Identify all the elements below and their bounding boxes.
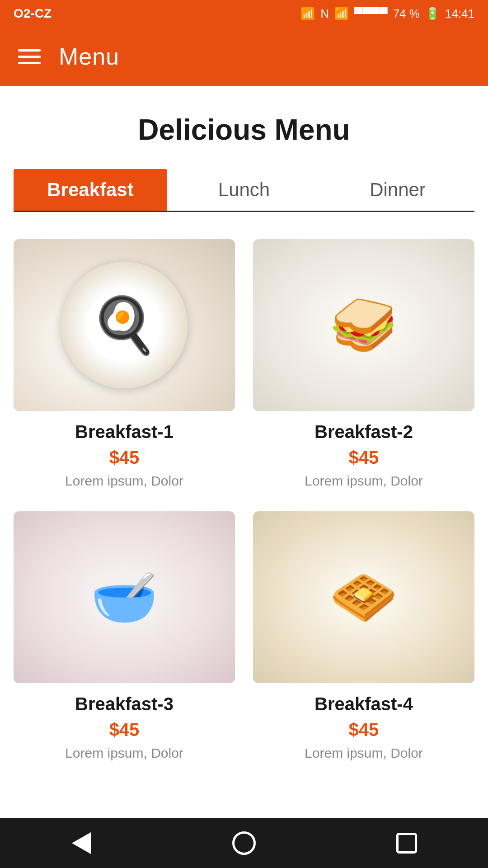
bluetooth-icon: 📶: [300, 7, 315, 21]
food-image-breakfast-2: [253, 239, 474, 411]
nfc-icon: N: [320, 7, 329, 21]
hamburger-line-3: [18, 62, 41, 64]
menu-grid: Breakfast-1 $45 Lorem ipsum, Dolor Break…: [14, 230, 474, 788]
hamburger-line-1: [18, 49, 41, 52]
app-bar-title: Menu: [59, 43, 119, 70]
menu-card-image-breakfast-1: [14, 239, 235, 411]
menu-card-desc-breakfast-4: Lorem ipsum, Dolor: [305, 745, 423, 761]
menu-card-desc-breakfast-2: Lorem ipsum, Dolor: [305, 473, 423, 489]
food-image-breakfast-3: [14, 511, 235, 683]
back-arrow-icon: [72, 832, 91, 854]
menu-card-image-breakfast-3: [14, 511, 235, 683]
page-title: Delicious Menu: [14, 86, 474, 169]
hamburger-line-2: [18, 56, 41, 58]
tab-breakfast-label: Breakfast: [47, 179, 133, 200]
signal-icon: ▀▀▀▀: [354, 7, 388, 21]
recents-button[interactable]: [389, 825, 425, 861]
menu-card-price-breakfast-1: $45: [109, 448, 140, 468]
main-content: Delicious Menu Breakfast Lunch Dinner Br…: [0, 86, 488, 847]
menu-card-price-breakfast-3: $45: [109, 720, 140, 740]
time-label: 14:41: [445, 7, 474, 21]
tab-lunch[interactable]: Lunch: [167, 169, 321, 211]
tab-breakfast[interactable]: Breakfast: [14, 169, 167, 211]
wifi-icon: 📶: [334, 7, 349, 21]
menu-card-desc-breakfast-3: Lorem ipsum, Dolor: [65, 745, 183, 761]
recents-square-icon: [396, 833, 417, 854]
home-circle-icon: [232, 831, 256, 855]
battery-icon: 🔋: [425, 7, 440, 21]
food-image-breakfast-1: [14, 239, 235, 411]
food-image-breakfast-4: [253, 511, 474, 683]
menu-card-breakfast-2[interactable]: Breakfast-2 $45 Lorem ipsum, Dolor: [253, 239, 474, 489]
battery-percent: 74 %: [393, 7, 420, 21]
home-button[interactable]: [226, 825, 262, 861]
status-right: 📶 N 📶 ▀▀▀▀ 74 % 🔋 14:41: [300, 7, 474, 21]
menu-card-breakfast-3[interactable]: Breakfast-3 $45 Lorem ipsum, Dolor: [14, 511, 235, 761]
menu-card-image-breakfast-2: [253, 239, 474, 411]
status-bar: O2-CZ 📶 N 📶 ▀▀▀▀ 74 % 🔋 14:41: [0, 0, 488, 27]
hamburger-menu-button[interactable]: [18, 49, 41, 64]
carrier-label: O2-CZ: [14, 6, 52, 21]
app-bar: Menu: [0, 27, 488, 86]
menu-card-name-breakfast-4: Breakfast-4: [314, 694, 413, 714]
menu-card-name-breakfast-2: Breakfast-2: [314, 422, 413, 442]
menu-card-name-breakfast-1: Breakfast-1: [75, 422, 174, 442]
menu-card-price-breakfast-2: $45: [349, 448, 379, 468]
menu-card-price-breakfast-4: $45: [349, 720, 379, 740]
tab-bar: Breakfast Lunch Dinner: [14, 169, 474, 212]
menu-card-name-breakfast-3: Breakfast-3: [75, 694, 174, 714]
back-button[interactable]: [63, 825, 99, 861]
menu-card-image-breakfast-4: [253, 511, 474, 683]
menu-card-desc-breakfast-1: Lorem ipsum, Dolor: [65, 473, 183, 489]
tab-dinner[interactable]: Dinner: [321, 169, 474, 211]
menu-card-breakfast-4[interactable]: Breakfast-4 $45 Lorem ipsum, Dolor: [253, 511, 474, 761]
menu-card-breakfast-1[interactable]: Breakfast-1 $45 Lorem ipsum, Dolor: [14, 239, 235, 489]
bottom-navigation: [0, 818, 488, 868]
tab-dinner-label: Dinner: [370, 179, 426, 200]
tab-lunch-label: Lunch: [218, 179, 270, 200]
